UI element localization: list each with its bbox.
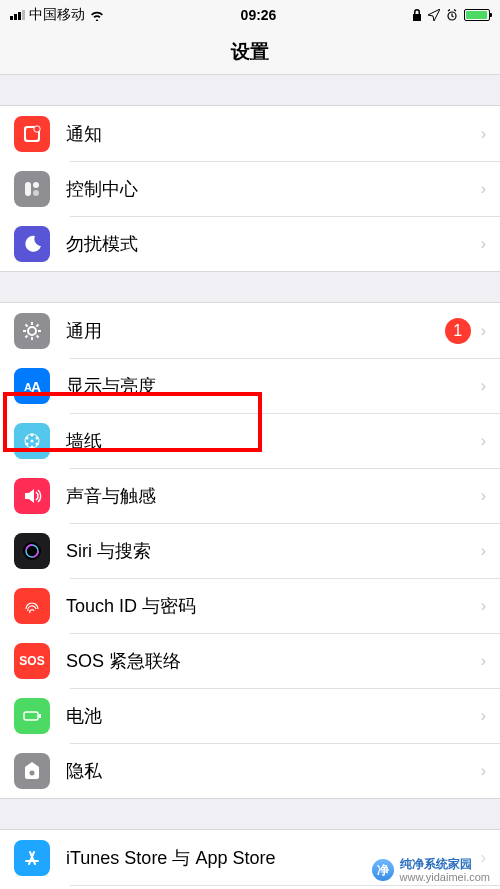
touchid-icon: [14, 588, 50, 624]
row-label: 显示与亮度: [66, 374, 481, 398]
signal-icon: [10, 10, 25, 20]
row-label: Touch ID 与密码: [66, 594, 481, 618]
svg-rect-4: [25, 182, 31, 196]
row-label: SOS 紧急联络: [66, 649, 481, 673]
chevron-right-icon: ›: [481, 432, 486, 450]
status-right: [412, 9, 490, 21]
siri-icon: [14, 533, 50, 569]
chevron-right-icon: ›: [481, 487, 486, 505]
svg-point-7: [28, 327, 36, 335]
row-privacy[interactable]: 隐私 ›: [0, 743, 500, 798]
chevron-right-icon: ›: [481, 180, 486, 198]
sos-icon: SOS: [14, 643, 50, 679]
chevron-right-icon: ›: [481, 707, 486, 725]
row-label: 电池: [66, 704, 481, 728]
chevron-right-icon: ›: [481, 235, 486, 253]
wallpaper-icon: [14, 423, 50, 459]
row-display[interactable]: AA 显示与亮度 ›: [0, 358, 500, 413]
svg-point-6: [33, 190, 39, 196]
watermark-title: 纯净系统家园: [400, 858, 490, 871]
svg-point-11: [31, 433, 34, 436]
chevron-right-icon: ›: [481, 597, 486, 615]
appstore-icon: [14, 840, 50, 876]
row-sound[interactable]: 声音与触感 ›: [0, 468, 500, 523]
general-icon: [14, 313, 50, 349]
lock-icon: [412, 9, 422, 21]
chevron-right-icon: ›: [481, 652, 486, 670]
svg-point-16: [26, 436, 29, 439]
chevron-right-icon: ›: [481, 377, 486, 395]
page-title: 设置: [0, 30, 500, 75]
svg-point-23: [30, 770, 35, 775]
sound-icon: [14, 478, 50, 514]
chevron-right-icon: ›: [481, 762, 486, 780]
svg-point-3: [34, 125, 40, 131]
row-dnd[interactable]: 勿扰模式 ›: [0, 216, 500, 271]
row-label: Siri 与搜索: [66, 539, 481, 563]
row-label: 墙纸: [66, 429, 481, 453]
carrier-label: 中国移动: [29, 6, 85, 24]
svg-rect-21: [24, 712, 38, 720]
wifi-icon: [89, 9, 105, 21]
row-wallet[interactable]: Wallet 与 Apple Pay ›: [0, 885, 500, 889]
dnd-icon: [14, 226, 50, 262]
settings-group-2: 通用 1 › AA 显示与亮度 › 墙纸 › 声音与触感 › Siri 与搜索 …: [0, 302, 500, 799]
alarm-icon: [446, 9, 458, 21]
battery-icon: [464, 9, 490, 21]
watermark-logo-icon: 净: [372, 859, 394, 881]
row-label: 勿扰模式: [66, 232, 481, 256]
status-time: 09:26: [241, 7, 277, 23]
battery-settings-icon: [14, 698, 50, 734]
privacy-icon: [14, 753, 50, 789]
watermark: 净 纯净系统家园 www.yidaimei.com: [368, 856, 494, 885]
chevron-right-icon: ›: [481, 322, 486, 340]
svg-point-15: [26, 442, 29, 445]
svg-point-12: [36, 436, 39, 439]
row-wallpaper[interactable]: 墙纸 ›: [0, 413, 500, 468]
row-label: 控制中心: [66, 177, 481, 201]
notifications-icon: [14, 116, 50, 152]
row-label: 声音与触感: [66, 484, 481, 508]
row-label: 通用: [66, 319, 445, 343]
chevron-right-icon: ›: [481, 542, 486, 560]
location-icon: [428, 9, 440, 21]
watermark-url: www.yidaimei.com: [400, 871, 490, 883]
row-notifications[interactable]: 通知 ›: [0, 106, 500, 161]
row-label: 通知: [66, 122, 481, 146]
svg-point-13: [36, 442, 39, 445]
svg-text:A: A: [31, 379, 41, 395]
settings-group-1: 通知 › 控制中心 › 勿扰模式 ›: [0, 105, 500, 272]
status-left: 中国移动: [10, 6, 105, 24]
row-touchid[interactable]: Touch ID 与密码 ›: [0, 578, 500, 633]
row-siri[interactable]: Siri 与搜索 ›: [0, 523, 500, 578]
control-center-icon: [14, 171, 50, 207]
row-battery[interactable]: 电池 ›: [0, 688, 500, 743]
display-icon: AA: [14, 368, 50, 404]
svg-point-14: [31, 445, 34, 448]
row-general[interactable]: 通用 1 ›: [0, 303, 500, 358]
row-sos[interactable]: SOS SOS 紧急联络 ›: [0, 633, 500, 688]
chevron-right-icon: ›: [481, 125, 486, 143]
svg-rect-22: [39, 714, 41, 718]
row-control-center[interactable]: 控制中心 ›: [0, 161, 500, 216]
svg-point-17: [31, 439, 34, 442]
notification-badge: 1: [445, 318, 471, 344]
status-bar: 中国移动 09:26: [0, 0, 500, 30]
row-label: 隐私: [66, 759, 481, 783]
svg-point-5: [33, 182, 39, 188]
